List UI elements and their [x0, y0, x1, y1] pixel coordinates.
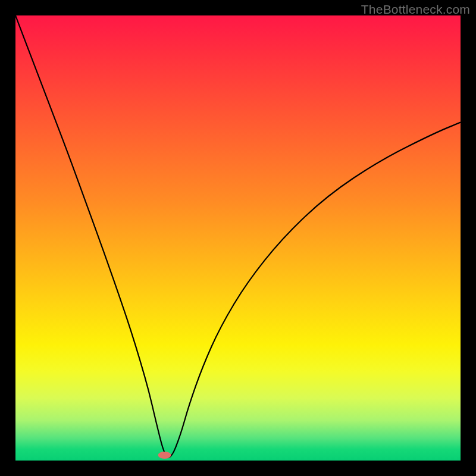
chart-frame: TheBottleneck.com [0, 0, 476, 476]
watermark-text: TheBottleneck.com [361, 2, 470, 17]
gradient-background [15, 15, 461, 461]
plot-area [15, 15, 461, 461]
